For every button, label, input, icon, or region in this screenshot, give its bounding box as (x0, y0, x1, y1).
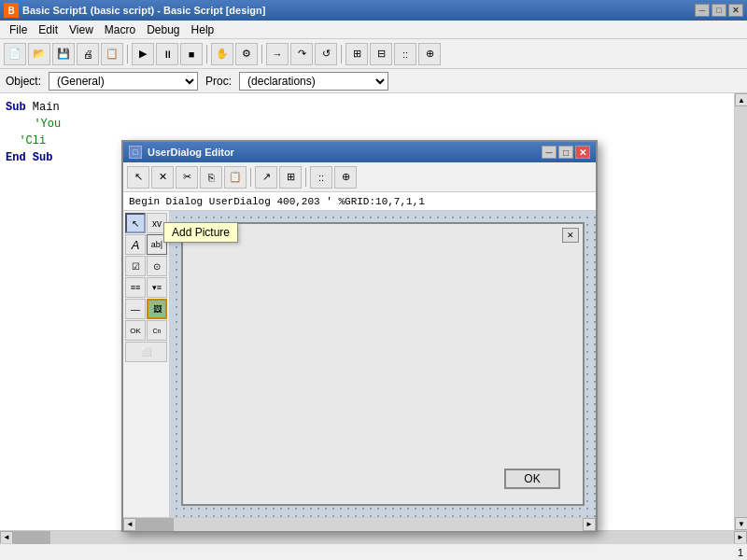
modal-cut-button[interactable]: ✂ (176, 166, 198, 189)
toolbox-group-item[interactable]: ⬜ (125, 342, 167, 362)
print-button[interactable]: 🖨 (77, 43, 99, 65)
step-button[interactable]: ⚙ (235, 43, 258, 65)
toolbox-row-2: ☑ ⊙ (125, 256, 167, 276)
menu-bar: File Edit View Macro Debug Help (0, 21, 747, 39)
scroll-track-v[interactable] (735, 106, 747, 517)
modal-scroll-right[interactable]: ► (583, 518, 596, 531)
modal-close-button[interactable]: ✕ (575, 146, 590, 159)
modal-tool1-button[interactable]: ↗ (255, 166, 277, 189)
menu-file[interactable]: File (4, 22, 33, 37)
modal-copy-button[interactable]: ⎘ (200, 166, 222, 189)
toolbar-sep-2 (206, 45, 207, 63)
dialog-inner-window: ✕ OK (181, 222, 585, 506)
modal-title: UserDialog Editor (148, 147, 542, 158)
toolbox-panel: ↖ xv A ab| ☑ ⊙ ≡≡ ▾≡ — 🖼 (123, 211, 170, 517)
modal-grid-button[interactable]: :: (310, 166, 332, 189)
toolbox-row-5: OK Cn (125, 320, 167, 341)
scroll-track-h[interactable] (13, 531, 734, 544)
dialog2-button[interactable]: ⊟ (370, 43, 392, 65)
tool-button[interactable]: ⊕ (418, 43, 441, 65)
dialog-ok-button[interactable]: OK (504, 469, 560, 489)
vertical-scrollbar[interactable]: ▲ ▼ (734, 93, 747, 530)
modal-controls: ─ □ ✕ (542, 146, 590, 159)
toolbox-cursor-item[interactable]: ↖ (125, 213, 146, 233)
scroll-up-arrow[interactable]: ▲ (735, 93, 747, 106)
reset-button[interactable]: ↺ (315, 43, 337, 65)
modal-tool2-button[interactable]: ⊞ (279, 166, 302, 189)
toolbox-cancel-item[interactable]: Cn (147, 320, 167, 341)
modal-status-text: Begin Dialog UserDialog 400,203 ' %GRID:… (123, 192, 596, 211)
dialog-canvas[interactable]: ✕ OK (170, 211, 596, 517)
hand-button[interactable]: ✋ (211, 43, 233, 65)
maximize-button[interactable]: □ (712, 4, 726, 17)
modal-scroll-left[interactable]: ◄ (123, 518, 136, 531)
proc-select[interactable]: (declarations) (239, 72, 388, 91)
modal-scroll-track[interactable] (136, 518, 583, 531)
menu-debug[interactable]: Debug (141, 22, 185, 37)
menu-help[interactable]: Help (186, 22, 220, 37)
toolbox-picture-item[interactable]: 🖼 (147, 299, 167, 319)
modal-maximize-button[interactable]: □ (558, 146, 573, 159)
toolbox-checkbox-item[interactable]: ☑ (125, 256, 146, 276)
save-button[interactable]: 💾 (52, 43, 75, 65)
toolbox-dropdown-item[interactable]: ▾≡ (147, 277, 167, 298)
modal-toolbar: ↖ ✕ ✂ ⎘ 📋 ↗ ⊞ :: ⊕ (123, 162, 596, 192)
toolbox-listbox-item[interactable]: ≡≡ (125, 277, 146, 298)
new-button[interactable]: 📄 (4, 43, 26, 65)
toolbar-sep-4 (341, 45, 342, 63)
menu-macro[interactable]: Macro (99, 22, 141, 37)
object-label: Object: (6, 75, 41, 88)
close-button[interactable]: ✕ (728, 4, 743, 17)
run-alt-button[interactable]: 📋 (101, 43, 123, 65)
pause-button[interactable]: ⏸ (156, 43, 178, 65)
toolbox-ok-item[interactable]: OK (125, 320, 146, 341)
line-number: 1 (738, 547, 743, 558)
minimize-button[interactable]: ─ (695, 4, 710, 17)
modal-content: ↖ xv A ab| ☑ ⊙ ≡≡ ▾≡ — 🖼 (123, 211, 596, 517)
object-select[interactable]: (General) (49, 72, 198, 91)
add-picture-tooltip: Add Picture (163, 222, 238, 243)
toolbox-row-3: ≡≡ ▾≡ (125, 277, 167, 298)
scroll-thumb-h (13, 531, 50, 544)
grid-button[interactable]: :: (394, 43, 416, 65)
modal-minimize-button[interactable]: ─ (542, 146, 557, 159)
toolbox-hline-item[interactable]: — (125, 299, 146, 319)
window-title: Basic Script1 (basic script) - Basic Scr… (22, 5, 695, 16)
scroll-down-arrow[interactable]: ▼ (735, 517, 747, 530)
horizontal-scrollbar[interactable]: ◄ ► (0, 530, 747, 543)
window-controls: ─ □ ✕ (695, 4, 743, 17)
modal-delete-button[interactable]: ✕ (151, 166, 174, 189)
userdialog-editor-modal: □ UserDialog Editor ─ □ ✕ ↖ ✕ ✂ ⎘ 📋 ↗ ⊞ … (121, 140, 598, 532)
code-line-1: Sub Main (6, 99, 728, 116)
toolbox-radio-item[interactable]: ⊙ (147, 256, 167, 276)
toolbar-sep-1 (127, 45, 128, 63)
tooltip-text: Add Picture (172, 226, 230, 239)
modal-align-button[interactable]: ⊕ (334, 166, 357, 189)
ide-window: B Basic Script1 (basic script) - Basic S… (0, 0, 747, 560)
toolbox-row-1: A ab| (125, 234, 167, 255)
modal-pointer-button[interactable]: ↖ (127, 166, 149, 189)
title-bar: B Basic Script1 (basic script) - Basic S… (0, 0, 747, 21)
toolbox-row-0: ↖ xv (125, 213, 167, 233)
open-button[interactable]: 📂 (28, 43, 50, 65)
toolbox-label-item[interactable]: A (125, 234, 146, 255)
scroll-right-button[interactable]: ► (734, 531, 747, 544)
run-button[interactable]: ▶ (132, 43, 154, 65)
menu-edit[interactable]: Edit (33, 22, 63, 37)
status-bar: 1 (0, 543, 747, 560)
step-over-button[interactable]: ↷ (290, 43, 313, 65)
proc-label: Proc: (205, 75, 232, 88)
modal-sep-1 (250, 168, 251, 187)
stop-button[interactable]: ■ (180, 43, 203, 65)
dialog1-button[interactable]: ⊞ (345, 43, 368, 65)
dialog-inner-close[interactable]: ✕ (562, 228, 579, 243)
scroll-left-button[interactable]: ◄ (0, 531, 13, 544)
object-proc-bar: Object: (General) Proc: (declarations) (0, 69, 747, 93)
step-into-button[interactable]: → (266, 43, 289, 65)
modal-title-bar: □ UserDialog Editor ─ □ ✕ (123, 142, 596, 162)
toolbox-row-6: ⬜ (125, 342, 167, 362)
modal-paste-button[interactable]: 📋 (224, 166, 247, 189)
modal-horizontal-scrollbar[interactable]: ◄ ► (123, 517, 596, 530)
menu-view[interactable]: View (63, 22, 99, 37)
code-line-2: 'You (6, 116, 728, 133)
